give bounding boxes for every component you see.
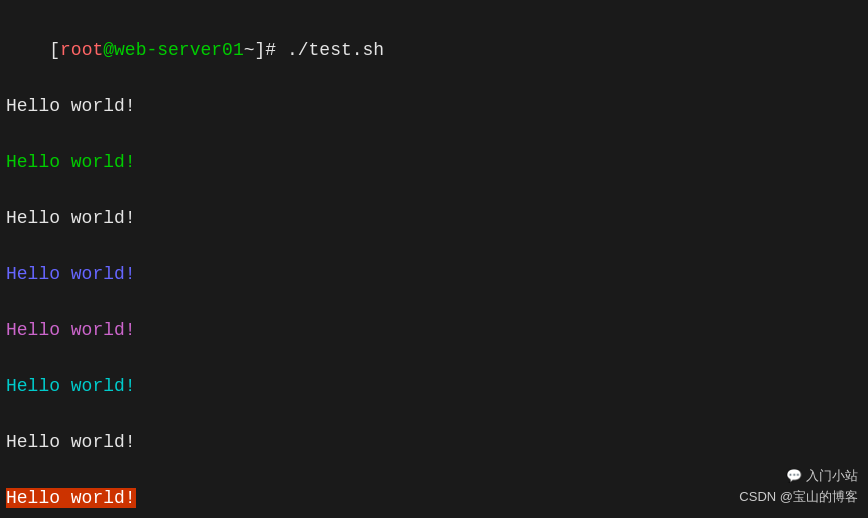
output-line-1: Hello world! [6, 148, 862, 176]
prompt-tilde: ~ [244, 40, 255, 60]
prompt-hostname: web-server01 [114, 40, 244, 60]
output-line-6: Hello world! [6, 428, 862, 456]
watermark-text: CSDN @宝山的博客 [739, 487, 858, 508]
output-line-4: Hello world! [6, 316, 862, 344]
prompt-at: @ [103, 40, 114, 60]
output-lines: Hello world!Hello world!Hello world!Hell… [6, 92, 862, 518]
prompt-line: [root@web-server01~]# ./test.sh [6, 8, 862, 92]
watermark: 💬 入门小站 CSDN @宝山的博客 [739, 466, 858, 508]
terminal-window: [root@web-server01~]# ./test.sh Hello wo… [0, 0, 868, 518]
prompt-hash: # [265, 40, 287, 60]
output-line-3: Hello world! [6, 260, 862, 288]
watermark-icon: 💬 入门小站 [739, 466, 858, 487]
prompt-bracket-close: ] [255, 40, 266, 60]
prompt-command: ./test.sh [287, 40, 384, 60]
output-line-2: Hello world! [6, 204, 862, 232]
output-line-5: Hello world! [6, 372, 862, 400]
prompt-bracket-open: [ [49, 40, 60, 60]
output-line-0: Hello world! [6, 92, 862, 120]
output-line-7: Hello world! [6, 484, 862, 512]
prompt-root: root [60, 40, 103, 60]
